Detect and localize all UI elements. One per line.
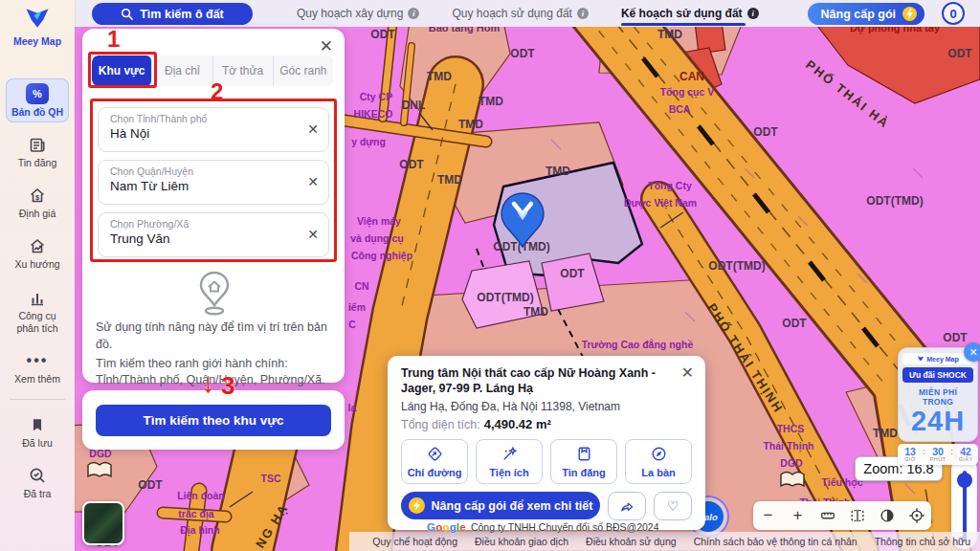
sidebar-item-label: Công cụ phân tích <box>8 310 67 335</box>
clear-icon[interactable]: ✕ <box>307 174 319 189</box>
sidebar-item-a-luu[interactable]: Đã lưu <box>6 409 69 453</box>
tab-4[interactable]: Góc ranh <box>274 55 333 86</box>
search-by-area-button[interactable]: Tìm kiếm theo khu vực <box>96 405 331 436</box>
locate-button[interactable] <box>904 503 929 528</box>
svg-text:$: $ <box>35 193 40 202</box>
footer-links-bar: Quy chế hoạt độngĐiều khoản giao dịchĐiề… <box>349 532 980 551</box>
annotation-step-2: 2 <box>211 78 223 105</box>
attribution-text: Công ty TNHH Chuyển đổi số BĐS@2024 <box>471 521 659 533</box>
footer-link-3[interactable]: Điều khoản sử dụng <box>586 536 677 547</box>
map-label: TSC <box>261 473 281 484</box>
countdown-cell: 42GIÂY <box>956 447 975 463</box>
footer-link-4[interactable]: Chính sách bảo vệ thông tin cá nhân <box>694 536 858 547</box>
sidebar-item-xem-them[interactable]: •••Xem thêm <box>6 345 69 389</box>
area-label: Tổng diện tích: <box>401 418 480 431</box>
sidebar-item-label: Định giá <box>8 208 67 220</box>
search-icon <box>121 8 133 20</box>
bolt-icon <box>409 497 425 514</box>
location-pin-icon <box>195 270 234 321</box>
app-logo[interactable]: Meey Map <box>0 6 75 47</box>
share-button[interactable] <box>608 492 646 520</box>
field-3[interactable]: Chọn Phường/XãTrung Văn✕ <box>98 212 329 257</box>
countdown-cell: 13GIỜ <box>901 447 920 463</box>
nav-item-2[interactable]: Quy hoạch sử dụng đấti <box>452 0 588 27</box>
countdown-value: 13 <box>901 447 920 457</box>
logo-label: Meey Map <box>0 35 75 47</box>
map-label: Viện máy <box>357 215 401 228</box>
panel-close-icon[interactable]: ✕ <box>320 36 333 56</box>
clear-icon[interactable]: ✕ <box>307 121 319 137</box>
field-label: Chọn Phường/Xã <box>110 218 300 230</box>
nav-item-1[interactable]: Quy hoạch xây dựngi <box>297 0 419 27</box>
popup-action-listings[interactable]: Tin đăng <box>550 439 617 484</box>
countdown-unit: PHÚT <box>928 456 947 462</box>
map-label: và dụng cụ <box>350 232 403 245</box>
sidebar-item-xu-huong[interactable]: Xu hướng <box>6 231 69 275</box>
footer-link-2[interactable]: Điều khoản giao dịch <box>475 536 568 547</box>
map-label: TMD <box>458 118 483 131</box>
popup-upgrade-button[interactable]: Nâng cấp gói để xem chi tiết <box>401 492 600 519</box>
footer-link-1[interactable]: Quy chế hoạt động <box>372 536 457 547</box>
map-toolbar: −+ <box>753 501 931 530</box>
sidebar-item-tin-ang[interactable]: Tin đăng <box>6 129 69 173</box>
map-label: CN <box>354 280 368 292</box>
popup-action-directions[interactable]: Chỉ đường <box>401 439 468 484</box>
popup-actions: Chỉ đườngTiện íchTin đăngLa bàn <box>401 439 692 484</box>
promo-brand-label: Meey Map <box>926 356 958 363</box>
sidebar-item-inh-gia[interactable]: $Định giá <box>6 180 69 224</box>
satellite-view-thumbnail[interactable] <box>82 501 124 545</box>
field-value: Trung Văn <box>110 231 300 246</box>
search-plot-button[interactable]: Tìm kiếm ô đất <box>92 3 253 25</box>
bolt-icon <box>902 7 917 21</box>
split-view-button[interactable] <box>845 503 870 528</box>
sidebar-item-label: Xem thêm <box>8 373 67 386</box>
popup-bottom-row: Nâng cấp gói để xem chi tiết ♡ <box>401 492 692 520</box>
tab-2[interactable]: Địa chỉ <box>152 55 212 86</box>
promo-deal-button[interactable]: Ưu đãi SHOCK <box>902 367 973 383</box>
zoom-slider-knob[interactable] <box>957 473 972 488</box>
promo-close-icon[interactable]: ✕ <box>964 342 980 362</box>
popup-close-icon[interactable]: ✕ <box>681 364 694 382</box>
map-label: ODT <box>753 125 778 139</box>
area-value: 4,490.42 m² <box>484 417 551 431</box>
annotation-arrow: ↓ <box>201 366 215 399</box>
nav-item-label: Quy hoạch sử dụng đất <box>452 7 571 20</box>
sidebar-divider <box>10 399 65 400</box>
promo-line: MIỄN PHÍ TRONG <box>902 387 973 407</box>
popup-action-utilities[interactable]: Tiện ích <box>476 439 543 484</box>
favorite-button[interactable]: ♡ <box>654 492 692 520</box>
map-label: ODT <box>138 478 163 492</box>
field-1[interactable]: Chọn Tỉnh/Thành phốHà Nội✕ <box>98 107 329 152</box>
clear-icon[interactable]: ✕ <box>307 227 319 242</box>
map-label: Dự phòng nhà tây <box>850 27 941 34</box>
map-label: BCA <box>669 103 691 115</box>
sidebar-item-cong-cu-phan-tich[interactable]: Công cụ phân tích <box>6 282 69 339</box>
sidebar-item-ban-o-qh[interactable]: %Bản đồ QH <box>6 78 69 122</box>
compass-icon <box>650 445 668 465</box>
map-label: trắc địa <box>178 508 214 520</box>
upgrade-button[interactable]: Nâng cấp gói <box>808 3 924 25</box>
map-label: DGD <box>780 457 803 469</box>
sidebar-item-a-tra[interactable]: Đã tra <box>6 460 69 504</box>
nav-item-3[interactable]: Kế hoạch sử dụng đấti <box>621 0 759 27</box>
popup-action-compass[interactable]: La bàn <box>625 439 692 484</box>
footer-link-5[interactable]: Thông tin chủ sở hữu <box>875 536 970 547</box>
tab-1[interactable]: Khu vực <box>92 55 152 86</box>
countdown-unit: GIÂY <box>956 456 975 462</box>
map-label: TMD <box>657 28 682 41</box>
map-label: lạ <box>348 402 357 414</box>
zoom-out-button[interactable]: − <box>756 503 781 528</box>
field-2[interactable]: Chọn Quận/HuyệnNam Từ Liêm✕ <box>98 160 329 205</box>
map-label: Tổng cục V <box>660 86 715 99</box>
sidebar-item-label: Tin đăng <box>8 157 67 169</box>
ruler-button[interactable] <box>815 503 840 528</box>
sidebar-items: %Bản đồ QHTin đăng$Định giáXu hướngCông … <box>0 78 75 511</box>
zoom-in-button[interactable]: + <box>786 503 811 528</box>
notification-badge[interactable]: 0 <box>942 2 965 25</box>
map-label: y dựng <box>351 136 386 148</box>
map-label: ODT <box>782 317 807 330</box>
map-label: THCS <box>777 423 805 434</box>
contrast-button[interactable] <box>875 503 900 528</box>
directions-icon <box>426 445 444 465</box>
countdown-unit: GIỜ <box>901 456 920 462</box>
